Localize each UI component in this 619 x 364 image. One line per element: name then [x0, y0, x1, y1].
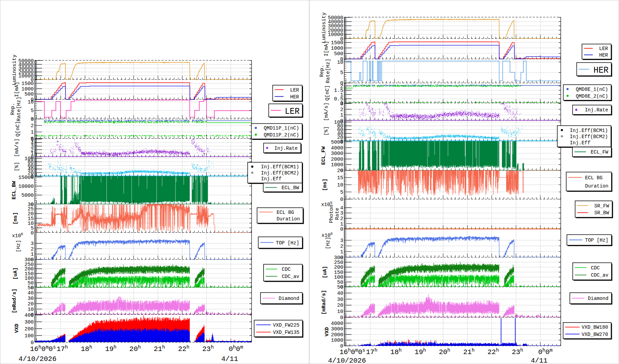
svg-text:Q[nC]: Q[nC] — [325, 85, 330, 100]
svg-text:1000: 1000 — [331, 162, 343, 168]
svg-text:0: 0 — [340, 197, 343, 203]
svg-text:3000: 3000 — [331, 151, 343, 157]
svg-text:[%]: [%] — [324, 126, 329, 135]
svg-text:Rate: Rate — [335, 208, 340, 220]
svg-text:QMD8E_1(nC): QMD8E_1(nC) — [576, 87, 608, 92]
svg-text:1: 1 — [340, 112, 343, 118]
svg-text:4/10/2026: 4/10/2026 — [328, 357, 366, 364]
svg-text:Rep.: Rep. — [10, 103, 16, 115]
svg-text:CDC: CDC — [591, 265, 600, 271]
svg-text:SR_FW: SR_FW — [594, 203, 609, 209]
svg-text:5: 5 — [340, 70, 343, 76]
svg-text:VXD_BW270: VXD_BW270 — [582, 332, 608, 337]
svg-text:Inj.Eff(BCM1): Inj.Eff(BCM1) — [261, 164, 299, 170]
svg-text:ECL BG: ECL BG — [585, 175, 603, 181]
svg-text:QMD11P_1(nC): QMD11P_1(nC) — [264, 125, 299, 131]
svg-text:[Hz]: [Hz] — [16, 240, 22, 252]
svg-text:300: 300 — [24, 319, 34, 325]
svg-text:1: 1 — [31, 130, 34, 135]
svg-text:VXD: VXD — [324, 327, 330, 336]
svg-text:2: 2 — [340, 107, 343, 113]
svg-text:4000: 4000 — [331, 145, 343, 151]
svg-text:200: 200 — [24, 326, 34, 332]
svg-text:ECL BG: ECL BG — [277, 210, 294, 215]
svg-text:3: 3 — [340, 238, 343, 244]
svg-text:1: 1 — [31, 252, 34, 257]
svg-text:Rep.: Rep. — [319, 65, 325, 77]
svg-text:ECL_FW: ECL_FW — [321, 146, 327, 165]
svg-text:Diamond: Diamond — [279, 296, 299, 301]
svg-text:100: 100 — [24, 333, 34, 339]
svg-text:5000: 5000 — [331, 139, 343, 145]
svg-text:VXD_FW135: VXD_FW135 — [273, 330, 300, 335]
svg-text:400: 400 — [24, 313, 34, 318]
svg-text:1: 1 — [340, 221, 343, 227]
svg-text:Inj.Eff(BCM1): Inj.Eff(BCM1) — [570, 128, 608, 133]
svg-text:16h0m0s: 16h0m0s — [339, 348, 365, 356]
svg-text:500: 500 — [334, 51, 343, 57]
svg-text:30: 30 — [337, 297, 343, 303]
svg-text:500: 500 — [24, 92, 34, 97]
svg-text:[ms]: [ms] — [13, 212, 19, 225]
svg-text:Rate[Hz]: Rate[Hz] — [16, 97, 22, 121]
svg-text:1000: 1000 — [21, 86, 34, 92]
svg-text:10000: 10000 — [18, 184, 34, 190]
svg-text:2: 2 — [31, 123, 34, 129]
svg-text:Rate[Hz]: Rate[Hz] — [325, 59, 331, 83]
svg-text:Luminosity: Luminosity — [321, 12, 327, 43]
svg-text:50: 50 — [337, 284, 343, 290]
svg-text:30: 30 — [27, 296, 34, 302]
svg-text:QMD8E_2(nC): QMD8E_2(nC) — [576, 94, 608, 99]
svg-text:20: 20 — [27, 301, 34, 307]
svg-text:1: 1 — [340, 249, 343, 255]
svg-text:1500: 1500 — [21, 81, 34, 87]
svg-text:[ms]: [ms] — [322, 179, 328, 191]
svg-text:4/11: 4/11 — [221, 355, 238, 363]
svg-text:2: 2 — [340, 244, 343, 250]
svg-text:VXD: VXD — [14, 324, 20, 333]
svg-text:HER: HER — [594, 65, 609, 75]
svg-text:4/10/2026: 4/10/2026 — [19, 355, 57, 363]
svg-text:3: 3 — [340, 101, 343, 107]
svg-text:I[mA]: I[mA] — [324, 41, 329, 56]
svg-text:Inj.Rate: Inj.Rate — [585, 107, 608, 113]
svg-text:Inj.Eff(BCM2): Inj.Eff(BCM2) — [570, 134, 608, 139]
svg-text:4/11: 4/11 — [531, 357, 547, 364]
svg-text:10: 10 — [337, 182, 343, 188]
svg-text:2: 2 — [340, 216, 343, 222]
svg-text:10: 10 — [337, 60, 343, 65]
svg-text:5000: 5000 — [21, 193, 34, 198]
svg-text:CDC: CDC — [282, 267, 291, 272]
svg-text:5: 5 — [340, 190, 343, 195]
svg-text:Inj.Eff: Inj.Eff — [570, 140, 591, 146]
svg-text:1000: 1000 — [331, 46, 343, 51]
svg-text:Luminosity: Luminosity — [12, 54, 17, 85]
svg-text:40: 40 — [337, 291, 343, 296]
svg-text:Duration: Duration — [277, 216, 300, 222]
svg-text:3: 3 — [31, 241, 34, 247]
svg-text:3: 3 — [340, 210, 343, 216]
svg-text:1000: 1000 — [331, 338, 343, 343]
svg-text:LER: LER — [285, 106, 300, 117]
svg-text:0: 0 — [31, 340, 34, 346]
svg-text:20: 20 — [337, 168, 343, 174]
svg-text:4000: 4000 — [331, 321, 343, 327]
svg-text:[mRad/s]: [mRad/s] — [12, 289, 17, 313]
svg-text:[uA]: [uA] — [13, 267, 19, 280]
svg-text:TOP [Hz]: TOP [Hz] — [276, 240, 299, 246]
svg-text:2000: 2000 — [331, 157, 343, 162]
svg-text:0: 0 — [340, 315, 343, 321]
svg-text:SR_BW: SR_BW — [594, 210, 609, 216]
svg-text:LER: LER — [599, 46, 608, 51]
svg-text:1500: 1500 — [331, 40, 343, 46]
svg-text:10: 10 — [27, 99, 34, 105]
svg-text:15: 15 — [337, 175, 343, 181]
svg-text:LER: LER — [290, 87, 299, 93]
svg-text:ECL_BW: ECL_BW — [282, 185, 299, 191]
svg-text:[uA]: [uA] — [322, 266, 328, 278]
svg-text:3000: 3000 — [331, 326, 343, 332]
svg-text:Inj.Eff: Inj.Eff — [261, 176, 282, 182]
svg-text:[mA/s]: [mA/s] — [14, 138, 20, 157]
svg-text:15000: 15000 — [18, 175, 34, 181]
svg-text:HER: HER — [599, 52, 608, 58]
